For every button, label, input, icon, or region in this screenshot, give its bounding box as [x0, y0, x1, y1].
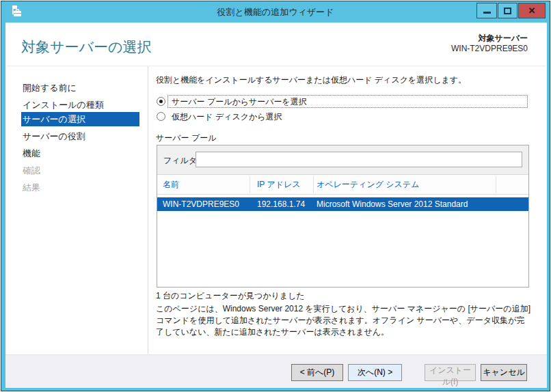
sidebar-divider	[148, 66, 148, 354]
titlebar[interactable]: 役割と機能の追加ウィザード ✕	[1, 1, 550, 22]
header-divider	[6, 66, 546, 66]
close-button[interactable]: ✕	[518, 3, 546, 18]
wizard-window: 役割と機能の追加ウィザード ✕ 対象サーバーの選択 対象サーバー WIN-T2V…	[1, 1, 550, 391]
column-header-name[interactable]: 名前	[163, 175, 179, 195]
radio-virtual-hard-disk-label[interactable]: 仮想ハード ディスクから選択	[172, 111, 282, 123]
cell-server-name: WIN-T2VDPRE9ES0	[163, 197, 239, 211]
maximize-button[interactable]	[498, 3, 518, 18]
target-server-info: 対象サーバー WIN-T2VDPRE9ES0	[451, 33, 528, 54]
filter-bar: フィルター:	[157, 145, 528, 175]
table-row-server[interactable]: WIN-T2VDPRE9ES0 192.168.1.74 Microsoft W…	[157, 197, 528, 211]
sidebar-item-installation-type[interactable]: インストールの種類	[21, 98, 139, 112]
sidebar-item-features[interactable]: 機能	[21, 146, 139, 160]
sidebar-item-results: 結果	[21, 180, 139, 195]
client-area: 対象サーバーの選択 対象サーバー WIN-T2VDPRE9ES0 開始する前に …	[5, 23, 547, 388]
column-separator	[496, 176, 496, 193]
minimize-icon	[483, 12, 491, 14]
cancel-button[interactable]: キャンセル	[481, 364, 527, 381]
column-header-ip[interactable]: IP アドレス	[257, 175, 301, 195]
close-icon: ✕	[528, 5, 536, 16]
previous-button[interactable]: < 前へ(P)	[291, 364, 343, 381]
radio-server-pool-label[interactable]: サーバー プールからサーバーを選択	[172, 96, 307, 108]
maximize-icon	[504, 8, 511, 14]
radio-virtual-hard-disk[interactable]	[157, 112, 165, 121]
result-count: 1 台のコンピューターが見つかりました	[156, 290, 305, 302]
cell-server-ip: 192.168.1.74	[257, 197, 305, 211]
minimize-button[interactable]	[476, 3, 497, 18]
page-description: このページには、Windows Server 2012 を実行しており、サーバー…	[156, 303, 530, 338]
column-header-os[interactable]: オペレーティング システム	[317, 175, 419, 195]
target-server-label: 対象サーバー	[451, 33, 528, 44]
install-button: インストール(I)	[425, 364, 476, 381]
page-title: 対象サーバーの選択	[21, 38, 151, 57]
target-server-value: WIN-T2VDPRE9ES0	[451, 44, 528, 54]
sidebar-item-confirmation: 確認	[21, 163, 139, 178]
window-title: 役割と機能の追加ウィザード	[1, 6, 550, 18]
server-pool-title: サーバー プール	[156, 132, 216, 144]
column-separator	[250, 176, 250, 193]
radio-server-pool[interactable]	[157, 97, 165, 106]
server-table-header: 名前 IP アドレス オペレーティング システム	[157, 175, 528, 195]
next-button[interactable]: 次へ(N) >	[348, 364, 402, 381]
instruction-text: 役割と機能をインストールするサーバーまたは仮想ハード ディスクを選択します。	[156, 74, 466, 86]
sidebar-item-server-roles[interactable]: サーバーの役割	[21, 129, 139, 143]
server-pool-panel: フィルター: 名前 IP アドレス オペレーティング システム WIN-T2VD…	[157, 145, 529, 288]
column-separator	[313, 176, 314, 193]
cell-server-os: Microsoft Windows Server 2012 Standard	[317, 197, 468, 211]
sidebar-item-server-selection[interactable]: サーバーの選択	[21, 112, 139, 126]
sidebar-item-before-you-begin[interactable]: 開始する前に	[21, 81, 139, 95]
footer-bar: < 前へ(P) 次へ(N) > インストール(I) キャンセル	[5, 354, 547, 388]
filter-input[interactable]	[196, 152, 522, 167]
